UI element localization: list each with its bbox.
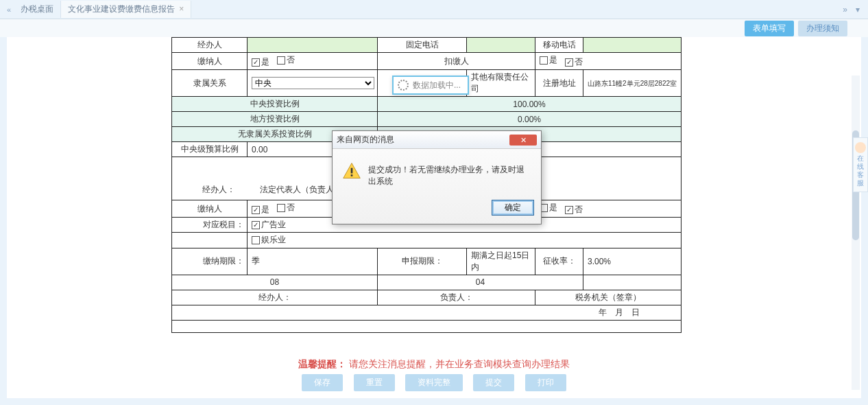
sign-date: 年 月 日 xyxy=(172,305,682,320)
label-rate: 征收率： xyxy=(535,248,583,275)
checkbox-payer-yes[interactable]: ✓是 xyxy=(252,56,269,68)
print-button[interactable]: 打印 xyxy=(525,374,566,391)
loading-indicator: 数据加载中... xyxy=(392,76,469,95)
value-payperiod: 季 xyxy=(248,248,378,275)
notice-button[interactable]: 办理须知 xyxy=(798,21,847,36)
value-phone[interactable] xyxy=(467,38,535,53)
tab-prev-icon[interactable]: « xyxy=(4,5,14,14)
tab-bar: « 办税桌面 文化事业建设费缴费信息报告× » ▾ xyxy=(0,0,868,19)
declaration-agent: 经办人： xyxy=(178,184,260,196)
label-payer: 缴纳人 xyxy=(172,53,248,70)
checkbox-payer2-yes[interactable]: ✓是 xyxy=(252,204,269,216)
code-right: 04 xyxy=(378,275,583,290)
tab-desktop[interactable]: 办税桌面 xyxy=(14,1,61,18)
reset-button[interactable]: 重置 xyxy=(354,374,395,391)
dialog-close-button[interactable]: ✕ xyxy=(509,135,537,146)
value-rate: 3.00% xyxy=(583,248,682,275)
online-help-button[interactable]: 在线客服 xyxy=(853,137,868,192)
label-relation: 隶属关系 xyxy=(172,70,248,97)
label-taxitem2 xyxy=(172,233,248,248)
label-local-ratio: 地方投资比例 xyxy=(172,112,378,127)
avatar-icon xyxy=(855,142,866,153)
dialog-title-text: 来自网页的消息 xyxy=(337,134,394,146)
bottom-button-bar: 保存 重置 资料完整 提交 打印 xyxy=(7,374,861,391)
label-declareperiod: 申报期限： xyxy=(378,248,467,275)
sign-authority: 税务机关（签章） xyxy=(535,290,682,305)
dialog-titlebar[interactable]: 来自网页的消息 ✕ xyxy=(333,131,541,149)
checkbox-payer2-no[interactable]: 否 xyxy=(277,202,295,213)
value-regtype: 其他有限责任公司 xyxy=(467,70,535,97)
label-budget-ratio: 中央级预算比例 xyxy=(172,142,248,157)
svg-rect-1 xyxy=(351,168,353,174)
label-mobile: 移动电话 xyxy=(535,38,583,53)
value-operator[interactable] xyxy=(248,38,378,53)
sign-head: 负责人： xyxy=(378,290,535,305)
spinner-icon xyxy=(398,80,409,91)
checkbox-ad[interactable]: ✓广告业 xyxy=(252,219,286,231)
dialog-message: 提交成功！若无需继续办理业务，请及时退出系统 xyxy=(368,161,531,187)
label-phone: 固定电话 xyxy=(378,38,467,53)
payer-yesno: ✓是 否 xyxy=(248,53,378,70)
taxitem-ent: 娱乐业 xyxy=(248,233,682,248)
dialog-ok-button[interactable]: 确定 xyxy=(492,200,534,216)
online-help-label: 在线客服 xyxy=(855,154,866,187)
label-central-ratio: 中央投资比例 xyxy=(172,97,378,112)
tab-report[interactable]: 文化事业建设费缴费信息报告× xyxy=(61,1,191,18)
checkbox-withhold-no[interactable]: ✓否 xyxy=(565,56,583,68)
value-local-ratio: 0.00% xyxy=(378,112,682,127)
relation-select[interactable]: 中央 xyxy=(252,77,374,89)
value-central-ratio: 100.00% xyxy=(378,97,682,112)
loading-text: 数据加载中... xyxy=(413,80,461,91)
close-icon[interactable]: × xyxy=(179,4,184,14)
label-payer2: 缴纳人 xyxy=(172,200,248,218)
label-regaddr: 注册地址 xyxy=(535,70,583,97)
code-left: 08 xyxy=(172,275,378,290)
sign-agent: 经办人： xyxy=(172,290,378,305)
value-regaddr: 山路东11幢2单元28层2822室 xyxy=(583,70,682,97)
clear-button[interactable]: 资料完整 xyxy=(405,374,463,391)
checkbox-withhold-yes[interactable]: 是 xyxy=(540,54,557,66)
withhold-yesno: 是 ✓否 xyxy=(535,53,682,70)
warning-icon xyxy=(342,161,361,181)
table-footer-spacer xyxy=(172,320,682,332)
payer2b-yesno: 是 ✓否 xyxy=(535,200,682,218)
checkbox-ent[interactable]: 娱乐业 xyxy=(252,234,286,246)
label-withhold: 扣缴人 xyxy=(378,53,535,70)
label-payperiod: 缴纳期限： xyxy=(172,248,248,275)
code-empty xyxy=(583,275,682,290)
message-dialog: 来自网页的消息 ✕ 提交成功！若无需继续办理业务，请及时退出系统 确定 xyxy=(332,130,542,224)
reminder-text: 温馨提醒： 请您关注消息提醒，并在业务查询模块查询办理结果 xyxy=(7,358,861,371)
svg-rect-2 xyxy=(351,174,353,176)
value-mobile[interactable] xyxy=(583,38,682,53)
checkbox-payer2b-no[interactable]: ✓否 xyxy=(565,204,583,216)
checkbox-payer-no[interactable]: 否 xyxy=(277,54,295,66)
label-operator: 经办人 xyxy=(172,38,248,53)
submit-button[interactable]: 提交 xyxy=(473,374,514,391)
value-declareperiod: 期满之日起15日内 xyxy=(467,248,535,275)
tab-menu-icon[interactable]: ▾ xyxy=(852,5,864,14)
tab-next-icon[interactable]: » xyxy=(839,5,852,14)
label-taxitem: 对应税目： xyxy=(172,218,248,233)
scrollbar-track[interactable] xyxy=(852,76,860,390)
form-fill-button[interactable]: 表单填写 xyxy=(745,21,794,36)
relation-select-cell: 中央 xyxy=(248,70,378,97)
checkbox-payer2b-yes[interactable]: 是 xyxy=(540,202,557,213)
sub-toolbar: 表单填写 办理须知 xyxy=(0,19,868,37)
save-button[interactable]: 保存 xyxy=(302,374,343,391)
